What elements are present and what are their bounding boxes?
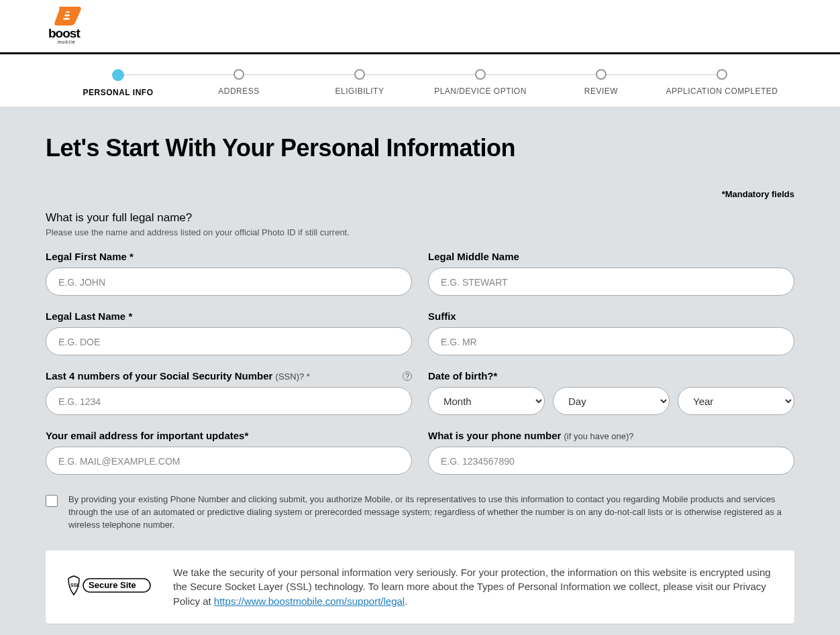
mandatory-note: *Mandatory fields: [46, 189, 794, 199]
suffix-input[interactable]: [428, 327, 794, 355]
page-title: Let's Start With Your Personal Informati…: [46, 134, 794, 162]
step-dot: [717, 69, 727, 80]
step-label: PLAN/DEVICE OPTION: [434, 86, 527, 96]
name-hint: Please use the name and address listed o…: [46, 227, 794, 237]
step-label: ADDRESS: [218, 86, 260, 96]
boost-logo: boost mobile: [47, 5, 89, 48]
email-label: Your email address for important updates…: [46, 430, 412, 441]
svg-text:mobile: mobile: [58, 40, 76, 44]
step-dot: [596, 69, 607, 80]
middle-name-input[interactable]: [428, 268, 794, 296]
last-name-input[interactable]: [46, 327, 412, 355]
phone-label: What is your phone number (if you have o…: [428, 430, 794, 441]
step-label: REVIEW: [584, 86, 618, 96]
dob-year-select[interactable]: Year: [678, 387, 794, 415]
ssl-secure-icon: SSL Secure Site: [66, 572, 154, 601]
name-question: What is your full legal name?: [46, 211, 794, 225]
step-label: APPLICATION COMPLETED: [666, 86, 778, 96]
suffix-label: Suffix: [428, 310, 794, 322]
step-personal-info: PERSONAL INFO: [58, 69, 178, 97]
consent-text: By providing your existing Phone Number …: [68, 494, 794, 532]
svg-text:boost: boost: [48, 26, 81, 40]
progress-stepper: PERSONAL INFOADDRESSELIGIBILITYPLAN/DEVI…: [0, 54, 840, 107]
first-name-input[interactable]: [46, 268, 412, 296]
svg-text:Secure Site: Secure Site: [89, 580, 136, 590]
step-application-completed: APPLICATION COMPLETED: [662, 69, 782, 96]
site-header: boost mobile: [0, 0, 840, 54]
last-name-label: Legal Last Name *: [46, 310, 412, 322]
help-icon[interactable]: ?: [403, 371, 412, 381]
middle-name-label: Legal Middle Name: [428, 251, 794, 262]
step-label: PERSONAL INFO: [83, 88, 154, 97]
step-eligibility: ELIGIBILITY: [299, 69, 420, 96]
svg-point-1: [64, 15, 70, 17]
step-address: ADDRESS: [178, 69, 299, 96]
step-dot: [354, 69, 365, 80]
step-review: REVIEW: [541, 69, 662, 96]
svg-point-2: [63, 17, 70, 19]
ssn-input[interactable]: [46, 387, 412, 415]
step-plan-device-option: PLAN/DEVICE OPTION: [420, 69, 541, 96]
privacy-link[interactable]: https://www.boostmobile.com/support/lega…: [214, 595, 405, 607]
dob-label: Date of birth?*: [428, 370, 794, 382]
svg-text:SSL: SSL: [70, 583, 80, 587]
step-label: ELIGIBILITY: [335, 86, 384, 96]
security-notice: SSL Secure Site We take the security of …: [46, 551, 794, 624]
step-dot: [233, 69, 244, 80]
step-dot: [112, 69, 124, 81]
dob-day-select[interactable]: Day: [553, 387, 670, 415]
first-name-label: Legal First Name *: [46, 251, 412, 262]
svg-point-0: [66, 11, 70, 13]
ssn-label: Last 4 numbers of your Social Security N…: [46, 370, 412, 382]
phone-input[interactable]: [428, 447, 794, 475]
email-input[interactable]: [46, 447, 412, 475]
dob-month-select[interactable]: Month: [428, 387, 545, 415]
security-text: We take the security of your personal in…: [173, 565, 774, 609]
consent-checkbox[interactable]: [46, 495, 58, 507]
step-dot: [475, 69, 486, 80]
